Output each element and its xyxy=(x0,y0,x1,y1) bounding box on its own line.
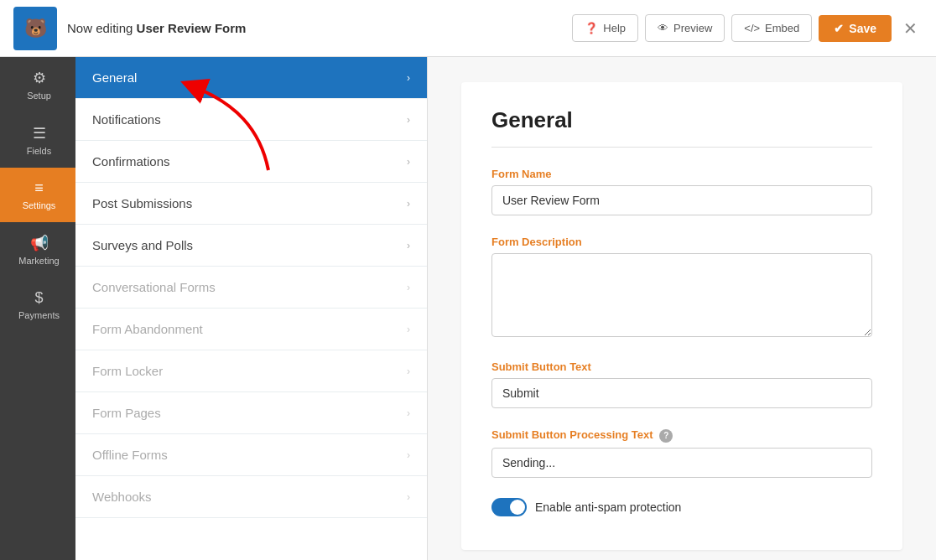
topbar-title: Now editing User Review Form xyxy=(67,21,562,35)
preview-button[interactable]: 👁 Preview xyxy=(645,14,725,42)
menu-item-surveys-polls[interactable]: Surveys and Polls › xyxy=(75,225,427,267)
sidebar-item-payments[interactable]: $ Payments xyxy=(0,277,75,332)
settings-menu: General › Notifications › Confirmations … xyxy=(75,57,428,560)
menu-item-webhooks[interactable]: Webhooks › xyxy=(75,476,427,518)
sidebar-item-marketing[interactable]: 📢 Marketing xyxy=(0,222,75,277)
chevron-right-icon: › xyxy=(407,366,410,377)
main-layout: ⚙ Setup ☰ Fields ≡ Settings 📢 Marketing … xyxy=(0,57,936,560)
eye-icon: 👁 xyxy=(658,22,668,34)
submit-button-text-input[interactable] xyxy=(491,378,872,408)
topbar: 🐻 Now editing User Review Form ❓ Help 👁 … xyxy=(0,0,936,57)
app-logo: 🐻 xyxy=(13,7,57,50)
chevron-right-icon: › xyxy=(407,156,410,168)
submit-processing-input[interactable] xyxy=(491,448,872,478)
divider xyxy=(491,147,872,148)
help-tooltip-icon: ? xyxy=(659,429,673,443)
sidebar-item-setup[interactable]: ⚙ Setup xyxy=(0,57,75,112)
menu-item-post-submissions[interactable]: Post Submissions › xyxy=(75,183,427,225)
form-description-field: Form Description xyxy=(491,236,872,357)
chevron-right-icon: › xyxy=(407,72,410,84)
section-title: General xyxy=(491,107,872,133)
menu-item-form-abandonment[interactable]: Form Abandonment › xyxy=(75,309,427,350)
payments-icon: $ xyxy=(34,289,43,307)
submit-button-text-label: Submit Button Text xyxy=(491,360,872,373)
content-area: General Form Name Form Description Submi… xyxy=(428,57,936,560)
content-card: General Form Name Form Description Submi… xyxy=(461,82,902,550)
fields-icon: ☰ xyxy=(33,124,46,143)
menu-item-general[interactable]: General › xyxy=(75,57,427,99)
menu-item-form-pages[interactable]: Form Pages › xyxy=(75,392,427,434)
sidebar-item-settings[interactable]: ≡ Settings xyxy=(0,168,75,222)
menu-item-notifications[interactable]: Notifications › xyxy=(75,99,427,141)
chevron-right-icon: › xyxy=(407,198,410,210)
help-icon: ❓ xyxy=(585,22,598,34)
icon-sidebar: ⚙ Setup ☰ Fields ≡ Settings 📢 Marketing … xyxy=(0,57,75,560)
antispam-label: Enable anti-spam protection xyxy=(535,500,681,514)
sidebar-item-fields[interactable]: ☰ Fields xyxy=(0,112,75,168)
submit-processing-label: Submit Button Processing Text ? xyxy=(491,428,872,443)
close-button[interactable]: ✕ xyxy=(898,18,923,39)
marketing-icon: 📢 xyxy=(30,234,49,252)
menu-item-offline-forms[interactable]: Offline Forms › xyxy=(75,434,427,476)
menu-item-form-locker[interactable]: Form Locker › xyxy=(75,350,427,392)
chevron-right-icon: › xyxy=(407,240,410,251)
check-icon: ✔ xyxy=(834,22,844,35)
antispam-toggle[interactable] xyxy=(491,498,527,516)
form-name-field: Form Name xyxy=(491,168,872,232)
form-name-input[interactable] xyxy=(491,185,872,215)
code-icon: </> xyxy=(744,22,760,34)
submit-processing-field: Submit Button Processing Text ? xyxy=(491,428,872,495)
chevron-right-icon: › xyxy=(407,324,410,335)
settings-icon: ≡ xyxy=(34,179,44,197)
form-description-textarea[interactable] xyxy=(491,253,872,337)
menu-item-conversational[interactable]: Conversational Forms › xyxy=(75,267,427,309)
menu-item-confirmations[interactable]: Confirmations › xyxy=(75,141,427,183)
chevron-right-icon: › xyxy=(407,282,410,293)
antispam-row: Enable anti-spam protection xyxy=(491,498,872,516)
form-name-label: Form Name xyxy=(491,168,872,180)
chevron-right-icon: › xyxy=(407,407,410,419)
form-description-label: Form Description xyxy=(491,236,872,248)
gear-icon: ⚙ xyxy=(33,69,46,87)
help-button[interactable]: ❓ Help xyxy=(572,14,638,42)
chevron-right-icon: › xyxy=(407,114,410,126)
topbar-actions: ❓ Help 👁 Preview </> Embed ✔ Save ✕ xyxy=(572,14,923,42)
chevron-right-icon: › xyxy=(407,449,410,461)
embed-button[interactable]: </> Embed xyxy=(731,14,812,42)
save-button[interactable]: ✔ Save xyxy=(819,15,892,42)
submit-button-text-field: Submit Button Text xyxy=(491,360,872,425)
chevron-right-icon: › xyxy=(407,491,410,503)
